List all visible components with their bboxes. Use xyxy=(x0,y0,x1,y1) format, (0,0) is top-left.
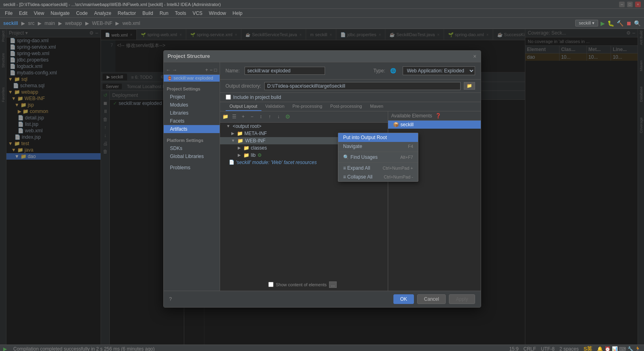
menu-analyze[interactable]: Analyze xyxy=(91,10,115,17)
dialog-title-bar: Project Structure × xyxy=(164,51,481,62)
menu-help[interactable]: Help xyxy=(229,10,246,17)
nav-sdks[interactable]: SDKs xyxy=(164,144,220,152)
artifact-tab-output-layout[interactable]: Output Layout xyxy=(226,102,261,111)
available-item-seckill[interactable]: 📦 seckill xyxy=(388,121,481,129)
maximize-button[interactable]: □ xyxy=(627,2,633,7)
artifact-output-input[interactable] xyxy=(264,82,460,90)
dialog-overlay: Project Structure × ← → + − □ 🏺 xyxy=(0,29,644,345)
dialog-nav-toolbar: ← → + − □ xyxy=(164,66,220,75)
toolbar-webxml: web.xml xyxy=(122,21,140,26)
artifact-tab-pre-processing[interactable]: Pre-processing xyxy=(288,102,326,111)
status-crlf[interactable]: CRLF xyxy=(523,346,536,351)
menu-build[interactable]: Build xyxy=(139,10,156,17)
artifact-type-label: Type: xyxy=(373,68,385,74)
nav-facets[interactable]: Facets xyxy=(164,117,220,125)
artifact-output-row: Output directory: 📁 xyxy=(220,80,481,93)
dialog-cancel-button[interactable]: Cancel xyxy=(417,294,446,304)
artifact-add-gear[interactable]: ⚙ xyxy=(285,113,290,120)
minimize-button[interactable]: – xyxy=(619,2,625,7)
artifact-tool-remove[interactable]: − xyxy=(248,113,256,121)
status-spaces[interactable]: 2 spaces xyxy=(560,346,579,351)
menu-bar: File Edit View Navigate Code Analyze Ref… xyxy=(0,9,644,18)
tree-output-root[interactable]: ▼<output root> xyxy=(220,123,388,130)
menu-refactor[interactable]: Refactor xyxy=(115,10,139,17)
artifact-folder-button[interactable]: 📁 xyxy=(464,82,475,90)
context-menu-find-usages[interactable]: 🔍 Find Usages Alt+F7 xyxy=(338,153,418,162)
show-content-row: Show content of elements ... xyxy=(268,281,337,288)
status-position[interactable]: 15:9 xyxy=(509,346,518,351)
menu-run[interactable]: Run xyxy=(156,10,172,17)
dialog-remove-icon[interactable]: − xyxy=(210,67,212,73)
nav-modules[interactable]: Modules xyxy=(164,101,220,109)
artifact-name-input[interactable] xyxy=(245,67,325,75)
dialog-body: ← → + − □ 🏺 seckill:war exploded Project… xyxy=(164,62,481,291)
artifact-output-label: Output directory: xyxy=(226,83,261,89)
run-config-selector[interactable]: seckill ▾ xyxy=(575,20,598,27)
available-elements-title: Available Elements xyxy=(391,113,432,119)
nav-libraries[interactable]: Libraries xyxy=(164,109,220,117)
menu-tools[interactable]: Tools xyxy=(172,10,189,17)
menu-code[interactable]: Code xyxy=(73,10,91,17)
status-right: 15:9 CRLF UTF-8 2 spaces S英 🔔 ⏰ 📊 ⌨ 🔧 🏃 xyxy=(509,345,641,351)
meta-inf-folder-icon: 📁 xyxy=(237,131,243,136)
toolbar-webinf: WEB-INF xyxy=(92,21,113,26)
status-sogou-icon[interactable]: S英 xyxy=(584,345,593,351)
menu-navigate[interactable]: Navigate xyxy=(47,10,73,17)
context-collapse-shortcut: Ctrl+NumPad - xyxy=(384,174,413,179)
context-menu-expand-all[interactable]: ≡ Expand All Ctrl+NumPad + xyxy=(338,164,418,172)
nav-problems[interactable]: Problems xyxy=(164,164,220,172)
artifact-type-select[interactable]: Web Application: Exploded xyxy=(403,66,475,75)
artifact-tab-post-processing[interactable]: Post-processing xyxy=(326,102,366,111)
project-settings-header: Project Settings xyxy=(164,85,220,93)
nav-artifacts[interactable]: Artifacts xyxy=(164,125,220,133)
context-find-label: 🔍 Find Usages xyxy=(343,154,378,160)
status-encoding[interactable]: UTF-8 xyxy=(541,346,555,351)
meta-inf-label: META-INF xyxy=(245,131,267,136)
show-content-label: Show content of elements xyxy=(276,282,327,287)
show-content-checkbox[interactable] xyxy=(268,282,274,287)
context-navigate-label: Navigate xyxy=(343,144,362,149)
artifact-tab-maven[interactable]: Maven xyxy=(366,102,387,111)
lib-add-icon[interactable]: ⚙ xyxy=(257,152,262,158)
dialog-help-button[interactable]: ? xyxy=(169,296,172,302)
dialog-back-button[interactable]: ← xyxy=(166,67,171,73)
search-everywhere-button[interactable]: 🔍 xyxy=(634,20,641,27)
menu-vcs[interactable]: VCS xyxy=(189,10,206,17)
menu-window[interactable]: Window xyxy=(206,10,229,17)
available-elements-help[interactable]: ❓ xyxy=(435,113,441,119)
menu-view[interactable]: View xyxy=(31,10,47,17)
artifact-tool-up[interactable]: ↑ xyxy=(266,113,274,121)
context-menu-put-into-output[interactable]: Put into Output Root xyxy=(338,133,418,142)
artifact-tool-add[interactable]: + xyxy=(239,113,247,121)
context-menu-collapse-all[interactable]: ≡ Collapse All Ctrl+NumPad - xyxy=(338,172,418,181)
artifact-tool-sort[interactable]: ↕ xyxy=(257,113,265,121)
menu-file[interactable]: File xyxy=(2,10,16,17)
close-button[interactable]: × xyxy=(635,2,641,7)
artifact-tool-list[interactable]: ☰ xyxy=(230,113,239,121)
dialog-ok-button[interactable]: OK xyxy=(393,294,414,304)
run-button[interactable]: ▶ xyxy=(601,20,605,27)
module-resources-label: 'seckill' module: 'Web' facet resources xyxy=(236,160,317,165)
context-menu-navigate[interactable]: Navigate F4 xyxy=(338,142,418,151)
dialog-apply-button[interactable]: Apply xyxy=(449,294,475,304)
available-item-seckill-label: seckill xyxy=(401,122,414,127)
show-content-options-button[interactable]: ... xyxy=(329,281,337,288)
artifact-tool-folder[interactable]: 📁 xyxy=(222,113,230,121)
dialog-forward-button[interactable]: → xyxy=(173,67,177,73)
nav-global-libraries[interactable]: Global Libraries xyxy=(164,152,220,160)
dialog-copy-icon[interactable]: □ xyxy=(214,67,217,73)
stop-button[interactable]: ⏹ xyxy=(626,20,632,27)
artifact-tool-down[interactable]: ↓ xyxy=(275,113,283,121)
nav-project[interactable]: Project xyxy=(164,93,220,101)
build-button[interactable]: 🔨 xyxy=(617,20,623,27)
dialog-artifact-item[interactable]: 🏺 seckill:war exploded xyxy=(164,75,220,82)
include-in-build-checkbox[interactable] xyxy=(226,94,231,100)
artifact-header: Name: Type: 🌐 Web Application: Exploded xyxy=(220,62,481,80)
lib-label: lib xyxy=(251,152,256,158)
toolbar-webapp: webapp xyxy=(65,21,82,26)
dialog-close-button[interactable]: × xyxy=(473,53,476,60)
artifact-tab-validation[interactable]: Validation xyxy=(261,102,289,111)
menu-edit[interactable]: Edit xyxy=(16,10,31,17)
dialog-add-icon[interactable]: + xyxy=(205,67,208,73)
debug-button[interactable]: 🐛 xyxy=(607,20,614,27)
